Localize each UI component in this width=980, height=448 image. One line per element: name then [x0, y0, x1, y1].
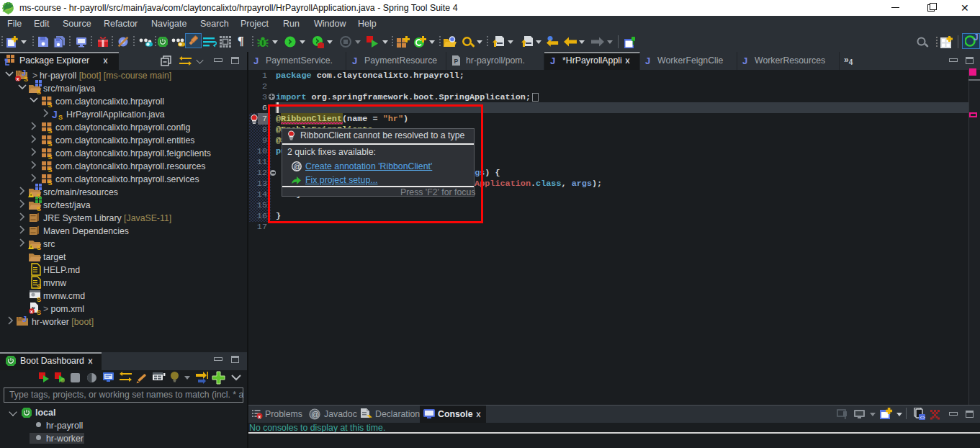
svg-text:com.claytoncalixto.hrpayroll: com.claytoncalixto.hrpayroll: [55, 97, 164, 107]
svg-text:mvnw.cmd: mvnw.cmd: [43, 291, 85, 301]
svg-text:@: @: [294, 163, 301, 171]
svg-text:com.claytoncalixto.hrpayroll.s: com.claytoncalixto.hrpayroll.services: [55, 174, 199, 184]
svg-text:hr-payroll [boot] [ms-course m: hr-payroll [boot] [ms-course main]: [40, 71, 171, 81]
svg-text:> pom.xml: > pom.xml: [43, 304, 84, 314]
svg-text:src/main/resources: src/main/resources: [43, 187, 118, 197]
svg-text:@: @: [311, 410, 319, 418]
svg-text:src: src: [43, 239, 55, 249]
svg-text:com.claytoncalixto.hrpayroll.c: com.claytoncalixto.hrpayroll.config: [55, 122, 190, 133]
svg-text:hr-worker [boot]: hr-worker [boot]: [32, 317, 94, 327]
svg-text:HELP.md: HELP.md: [43, 265, 80, 275]
svg-text:src/main/java: src/main/java: [43, 84, 96, 94]
svg-text:mvnw: mvnw: [43, 278, 66, 288]
svg-text:P: P: [454, 58, 459, 65]
svg-text:HrPayrollApplication.java: HrPayrollApplication.java: [66, 109, 165, 120]
svg-text:Maven Dependencies: Maven Dependencies: [43, 226, 129, 236]
svg-text:JRE System Library [JavaSE-11]: JRE System Library [JavaSE-11]: [43, 213, 171, 223]
svg-text:target: target: [43, 252, 66, 262]
svg-text:J: J: [52, 109, 58, 120]
svg-text:>: >: [32, 71, 37, 81]
svg-text:src/test/java: src/test/java: [43, 200, 91, 210]
svg-text:com.claytoncalixto.hrpayroll.r: com.claytoncalixto.hrpayroll.resources: [55, 161, 205, 171]
svg-text:com.claytoncalixto.hrpayroll.e: com.claytoncalixto.hrpayroll.entities: [55, 135, 194, 145]
svg-text:com.claytoncalixto.hrpayroll.f: com.claytoncalixto.hrpayroll.feignclient…: [55, 148, 211, 158]
svg-text:<>: <>: [920, 415, 925, 420]
